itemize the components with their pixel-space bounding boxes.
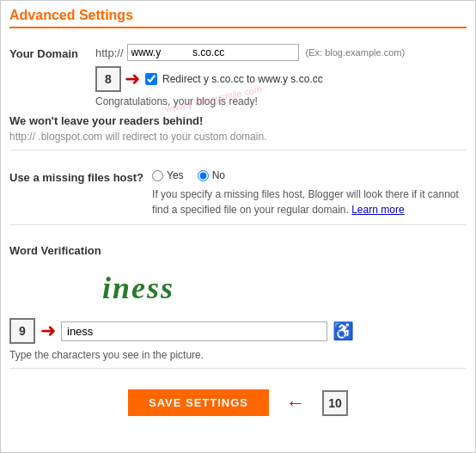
domain-label: Your Domain	[9, 44, 87, 60]
redirect-checkbox[interactable]	[145, 73, 157, 85]
wont-leave-title: We won't leave your readers behind!	[9, 114, 203, 127]
congrats-row: Congratulations, your blog is ready! www…	[95, 95, 467, 107]
word-verif-label: Word Verification	[9, 244, 467, 257]
no-radio[interactable]	[198, 170, 209, 181]
http-prefix: http://	[95, 46, 124, 59]
domain-input-row: http:// (Ex: blog.example.com)	[95, 44, 467, 61]
domain-content: http:// (Ex: blog.example.com) 8 ➜	[95, 44, 467, 107]
step8-arrow: ➜	[125, 68, 140, 90]
your-domain-section: Your Domain http:// (Ex: blog.example.co…	[9, 37, 467, 150]
word-verification-section: Word Verification iness 9 ➜ ♿ Type the c…	[9, 237, 467, 369]
captcha-input[interactable]	[61, 321, 327, 341]
redirect-label: Redirect y s.co.cc to www.y s.co.cc	[162, 73, 323, 85]
missing-files-section: Use a missing files host? Yes No If you …	[9, 162, 467, 225]
learn-more-link[interactable]: Learn more	[351, 204, 404, 216]
page-title: Advanced Settings	[9, 8, 467, 28]
congrats-text: Congratulations, your blog is ready!	[95, 95, 258, 107]
domain-example: (Ex: blog.example.com)	[306, 47, 406, 58]
step-8-badge: 8	[95, 66, 121, 92]
accessibility-icon[interactable]: ♿	[333, 321, 354, 341]
domain-input[interactable]	[127, 44, 299, 61]
missing-files-desc: If you specify a missing files host, Blo…	[152, 187, 467, 217]
step-10-badge: 10	[322, 390, 348, 416]
wont-leave-row: We won't leave your readers behind! http…	[9, 114, 467, 143]
redirect-row: 8 ➜ Redirect y s.co.cc to www.y s.co.cc	[95, 66, 467, 92]
save-section: SAVE SETTINGS ← 10	[9, 381, 467, 425]
no-label: No	[212, 169, 225, 181]
save-settings-button[interactable]: SAVE SETTINGS	[128, 389, 269, 416]
step9-arrow: ➜	[40, 320, 56, 342]
captcha-text: iness	[102, 270, 174, 306]
step9-row: 9 ➜ ♿	[9, 318, 467, 344]
missing-files-radios: Yes No	[152, 169, 467, 181]
captcha-image: iness	[87, 264, 190, 311]
step-9-badge: 9	[9, 318, 35, 344]
redirect-info: http:// .blogspot.com will redirect to y…	[9, 131, 467, 143]
step10-arrow: ←	[286, 392, 305, 414]
missing-files-label: Use a missing files host?	[9, 169, 143, 184]
yes-radio[interactable]	[152, 170, 163, 181]
no-option[interactable]: No	[198, 169, 225, 181]
captcha-hint: Type the characters you see in the pictu…	[9, 349, 467, 361]
yes-label: Yes	[167, 169, 184, 181]
yes-option[interactable]: Yes	[152, 169, 184, 181]
